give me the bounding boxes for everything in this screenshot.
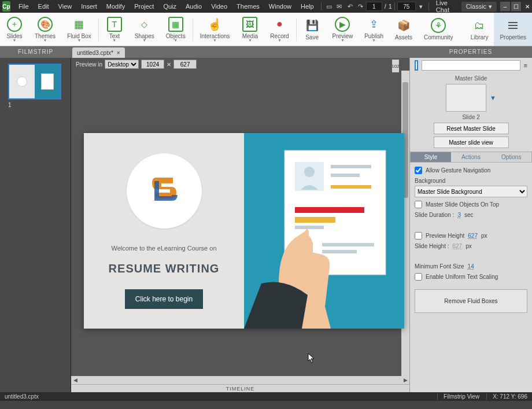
menu-video[interactable]: Video xyxy=(206,3,232,10)
ribbon-themes[interactable]: 🎨Themes▼ xyxy=(29,13,61,46)
menu-file[interactable]: File xyxy=(14,3,34,10)
menu-insert[interactable]: Insert xyxy=(76,3,102,10)
begin-button[interactable]: Click here to begin xyxy=(125,289,203,309)
properties-icon xyxy=(505,18,520,33)
ribbon-community[interactable]: ⚘Community xyxy=(418,13,459,46)
welcome-text: Welcome to the eLearning Course on xyxy=(111,245,216,252)
remove-fluid-boxes-button[interactable]: Remove Fluid Boxes xyxy=(415,289,527,313)
ribbon-media[interactable]: 🖼Media▼ xyxy=(235,13,264,46)
reset-master-slide-button[interactable]: Reset Master Slide xyxy=(434,123,509,134)
ribbon-record[interactable]: ●Record▼ xyxy=(264,13,294,46)
ribbon-library[interactable]: 🗂Library xyxy=(465,13,494,46)
master-objects-top-checkbox[interactable] xyxy=(415,201,422,208)
page-current-input[interactable] xyxy=(366,2,382,11)
ribbon-slides[interactable]: ＋Slides▼ xyxy=(0,13,29,46)
uniform-scaling-checkbox[interactable] xyxy=(415,273,422,281)
svg-rect-13 xyxy=(322,243,374,246)
next-page-icon[interactable]: ↷ xyxy=(357,2,364,11)
ribbon-objects[interactable]: ▦Objects▼ xyxy=(160,13,191,46)
svg-rect-10 xyxy=(295,217,335,223)
link-dimensions-icon[interactable]: ✕ xyxy=(167,61,171,68)
menu-view[interactable]: View xyxy=(54,3,77,10)
preview-height-value[interactable]: 627 xyxy=(468,233,478,239)
scroll-left-icon[interactable]: ◀ xyxy=(71,377,79,383)
slide-stage[interactable]: Welcome to the eLearning Course on RESUM… xyxy=(84,133,404,329)
canvas-height-input[interactable] xyxy=(173,60,197,69)
svg-rect-9 xyxy=(295,207,364,213)
library-icon: 🗂 xyxy=(472,18,487,33)
master-slide-view-button[interactable]: Master slide view xyxy=(434,137,509,148)
status-view: Filmstrip View xyxy=(437,393,479,400)
ribbon-text[interactable]: TText▼ xyxy=(100,13,129,46)
menu-window[interactable]: Window xyxy=(264,3,296,10)
canvas-viewport[interactable]: Welcome to the eLearning Course on RESUM… xyxy=(71,71,409,376)
palette-icon: 🎨 xyxy=(38,17,53,32)
menu-help[interactable]: Help xyxy=(296,3,319,10)
save-icon: 💾 xyxy=(305,18,320,33)
ribbon-publish[interactable]: ⇪Publish▼ xyxy=(359,13,389,46)
master-slide-dropdown-icon[interactable]: ▼ xyxy=(490,94,496,101)
live-chat-link[interactable]: Live Chat xyxy=(431,0,461,13)
close-window-button[interactable]: ✕ xyxy=(522,2,532,11)
preview-device-select[interactable]: Desktop xyxy=(105,60,139,69)
tab-row: FILMSTRIP untitled3.cptx* × PROPERTIES xyxy=(0,46,532,58)
ribbon-preview[interactable]: ▶Preview▼ xyxy=(327,13,359,46)
workspace-dropdown[interactable]: Classic▾ xyxy=(461,2,497,12)
slide-thumbnail-1[interactable] xyxy=(8,64,61,100)
background-label: Background xyxy=(415,178,445,184)
menu-quiz[interactable]: Quiz xyxy=(158,3,181,10)
properties-tabs: Style Actions Options xyxy=(410,152,532,163)
slide-duration-label: Slide Duration : xyxy=(415,212,454,218)
menu-themes[interactable]: Themes xyxy=(232,3,264,10)
menu-audio[interactable]: Audio xyxy=(181,3,206,10)
master-slide-thumbnail[interactable] xyxy=(446,84,486,112)
svg-point-15 xyxy=(297,234,313,257)
uniform-scaling-label: Enable Uniform Text Scaling xyxy=(426,274,498,280)
background-select[interactable]: Master Slide Background xyxy=(415,186,527,197)
assets-icon: 📦 xyxy=(396,18,411,33)
zoom-input[interactable] xyxy=(397,2,416,11)
filmstrip-panel: 1 xyxy=(0,58,71,392)
menu-project[interactable]: Project xyxy=(130,3,158,10)
layout-icon[interactable]: ▭ xyxy=(325,2,332,11)
play-icon: ▶ xyxy=(335,17,350,32)
horizontal-scrollbar[interactable]: ◀ ▶ xyxy=(71,376,409,384)
minimize-button[interactable]: – xyxy=(500,2,510,11)
record-icon: ● xyxy=(272,17,287,32)
preview-in-label: Preview in xyxy=(76,61,102,68)
min-font-label: Minimum Font Size xyxy=(415,263,464,270)
svg-rect-7 xyxy=(331,174,360,177)
canvas-area: Preview in Desktop ✕ 102 Welcome to the xyxy=(71,58,409,392)
timeline-panel-header[interactable]: TIMELINE xyxy=(71,384,409,392)
maximize-button[interactable]: ☐ xyxy=(511,2,521,11)
slide-name-input[interactable] xyxy=(422,60,520,71)
status-coords: X: 712 Y: 696 xyxy=(486,393,527,400)
ribbon-interactions[interactable]: ☝Interactions▼ xyxy=(194,13,236,46)
menubar: Cp File Edit View Insert Modify Project … xyxy=(0,0,532,13)
zoom-dropdown-icon[interactable]: ▾ xyxy=(418,2,424,11)
canvas-width-input[interactable] xyxy=(141,60,164,69)
slide-duration-value[interactable]: 3 xyxy=(457,212,461,218)
tab-actions[interactable]: Actions xyxy=(451,152,492,162)
ribbon-properties[interactable]: Properties xyxy=(494,13,532,46)
ribbon-save[interactable]: 💾Save xyxy=(298,13,327,46)
ribbon-shapes[interactable]: ◇Shapes▼ xyxy=(129,13,160,46)
tab-options[interactable]: Options xyxy=(491,152,531,162)
file-tab[interactable]: untitled3.cptx* × xyxy=(72,47,125,58)
menu-modify[interactable]: Modify xyxy=(102,3,130,10)
list-options-icon[interactable]: ≡ xyxy=(524,62,527,69)
menu-edit[interactable]: Edit xyxy=(34,3,54,10)
ribbon-fluidbox[interactable]: ▦Fluid Box▼ xyxy=(61,13,97,46)
close-tab-icon[interactable]: × xyxy=(117,50,120,56)
preview-height-checkbox[interactable] xyxy=(415,232,422,239)
allow-gesture-checkbox[interactable] xyxy=(415,167,422,174)
filmstrip-panel-header: FILMSTRIP xyxy=(0,46,71,58)
ribbon-assets[interactable]: 📦Assets xyxy=(389,13,418,46)
min-font-value[interactable]: 14 xyxy=(468,263,474,270)
course-logo xyxy=(127,153,202,229)
prev-page-icon[interactable]: ↶ xyxy=(346,2,353,11)
scroll-right-icon[interactable]: ▶ xyxy=(401,377,409,383)
tab-style[interactable]: Style xyxy=(411,152,451,162)
mail-icon[interactable]: ✉ xyxy=(336,2,343,11)
media-icon: 🖼 xyxy=(242,17,257,32)
